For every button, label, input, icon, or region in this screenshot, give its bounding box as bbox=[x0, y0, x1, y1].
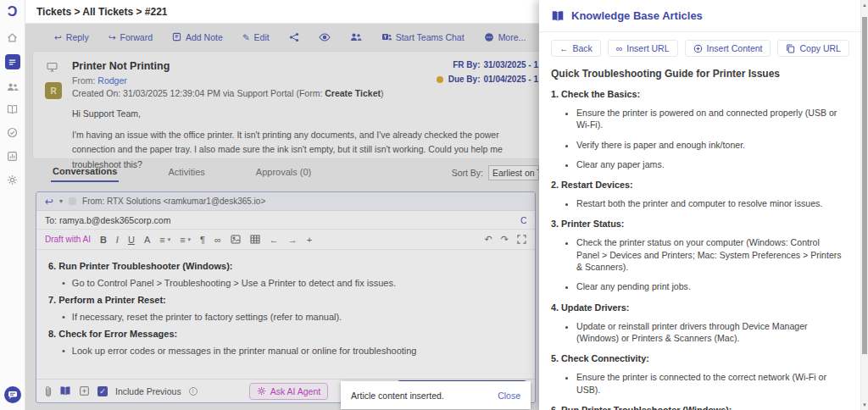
draft-with-ai-button[interactable]: Draft with AI bbox=[45, 235, 91, 244]
reply-compose-box: ↩ ▾ From: RTX Solutions <ramkumar1@desk3… bbox=[36, 191, 536, 403]
chat-bubble-icon bbox=[4, 386, 21, 403]
toast-close-button[interactable]: Close bbox=[498, 391, 531, 401]
chevron-down-icon[interactable]: ▾ bbox=[168, 236, 171, 243]
kb-section-heading: 1. Check the Basics: bbox=[551, 89, 843, 99]
sidebar-item-knowledge-base[interactable] bbox=[7, 104, 18, 114]
kb-section-heading: 6. Run Printer Troubleshooter (Windows): bbox=[551, 405, 843, 410]
editor-heading: 6. Run Printer Troubleshooter (Windows): bbox=[48, 261, 523, 271]
forward-button[interactable]: ↪Forward bbox=[108, 32, 153, 42]
kb-section-heading: 2. Restart Devices: bbox=[551, 180, 843, 190]
canned-response-icon[interactable] bbox=[79, 385, 90, 396]
insert-kb-article-icon[interactable] bbox=[59, 385, 71, 396]
due-by-row: Due By:01/04/2025 - 1 bbox=[437, 75, 538, 84]
tab-approvals[interactable]: Approvals (0) bbox=[254, 163, 313, 181]
kb-section-list: Ensure the printer is powered on and con… bbox=[551, 107, 843, 170]
sidebar-item-home[interactable] bbox=[7, 32, 18, 43]
ask-ai-agent-button[interactable]: Ask AI Agent bbox=[249, 383, 329, 400]
paragraph-icon[interactable]: ¶ bbox=[200, 235, 205, 245]
sort-by-select[interactable]: Earliest on Top bbox=[488, 165, 539, 180]
font-button[interactable]: A bbox=[144, 235, 150, 245]
chevron-down-icon[interactable]: ▾ bbox=[188, 236, 192, 243]
sidebar-item-tickets[interactable] bbox=[5, 54, 20, 69]
editor-toolbar: Draft with AI B I U A ≡▾ ≡▾ ¶ ∞ ← → + ↶ … bbox=[36, 230, 535, 250]
sidebar-item-settings[interactable] bbox=[7, 175, 18, 186]
compose-from-row: ↩ ▾ From: RTX Solutions <ramkumar1@desk3… bbox=[36, 192, 535, 211]
compose-to-row[interactable]: To: ramya.b@desk365corp.com Cc bbox=[36, 211, 535, 230]
kb-insert-content-button[interactable]: Insert Content bbox=[685, 40, 771, 57]
underline-button[interactable]: U bbox=[128, 235, 135, 245]
add-note-button[interactable]: Add Note bbox=[172, 32, 223, 42]
knowledge-base-icon bbox=[7, 104, 18, 114]
reports-icon bbox=[7, 151, 18, 162]
breadcrumb[interactable]: Tickets > All Tickets > #221 bbox=[25, 0, 539, 24]
kb-section-heading: 3. Printer Status: bbox=[551, 219, 843, 229]
kb-bullet: Clear any paper jams. bbox=[576, 158, 843, 170]
more-button[interactable]: More... bbox=[484, 32, 526, 42]
ticket-created-row: Created On: 31/03/2025 12:39:04 PM via S… bbox=[72, 88, 533, 98]
outdent-icon[interactable]: ← bbox=[270, 235, 279, 245]
insert-image-icon[interactable] bbox=[231, 235, 241, 244]
start-teams-chat-button[interactable]: Start Teams Chat bbox=[381, 32, 465, 42]
sidebar-item-contacts[interactable] bbox=[7, 82, 19, 91]
assign-button[interactable] bbox=[350, 32, 362, 42]
share-icon bbox=[289, 32, 299, 42]
kb-copy-url-button[interactable]: Copy URL bbox=[777, 40, 849, 57]
sla-dates: FR By:31/03/2025 - 1 Due By:01/04/2025 -… bbox=[437, 60, 538, 89]
due-status-dot-icon bbox=[437, 76, 443, 83]
desk365-logo-icon[interactable]: Ɔ bbox=[8, 4, 18, 19]
attach-file-icon[interactable] bbox=[45, 385, 52, 397]
reply-icon: ↩ bbox=[54, 32, 62, 42]
kb-insert-url-button[interactable]: ∞Insert URL bbox=[608, 40, 678, 57]
more-icon bbox=[484, 32, 494, 42]
reply-editor-body[interactable]: 6. Run Printer Troubleshooter (Windows):… bbox=[36, 250, 535, 379]
cc-toggle[interactable]: Cc bbox=[520, 215, 526, 225]
scroll-up-arrow-icon[interactable]: ▲ bbox=[862, 3, 867, 8]
topbar: Tickets > All Tickets > #221 bbox=[25, 0, 539, 24]
kb-back-button[interactable]: ←Back bbox=[551, 40, 601, 57]
watch-button[interactable] bbox=[319, 33, 331, 42]
kb-panel-header: Knowledge Base Articles bbox=[539, 0, 868, 32]
include-previous-checkbox[interactable] bbox=[97, 386, 108, 396]
reply-button[interactable]: ↩Reply bbox=[54, 32, 89, 42]
scrollbar-thumb[interactable] bbox=[862, 17, 867, 354]
plus-circle-icon bbox=[693, 44, 703, 53]
insert-link-icon[interactable]: ∞ bbox=[214, 235, 221, 245]
gear-icon bbox=[257, 386, 266, 396]
compose-to-line: To: ramya.b@desk365corp.com bbox=[45, 215, 170, 225]
italic-button[interactable]: I bbox=[116, 235, 119, 245]
requester-link[interactable]: Rodger bbox=[97, 75, 126, 86]
kb-bullet: Clear any pending print jobs. bbox=[576, 280, 843, 292]
compose-from-line: From: RTX Solutions <ramkumar1@desk365.i… bbox=[82, 197, 265, 206]
sidebar-item-reports[interactable] bbox=[7, 151, 18, 162]
kb-bullet: Ensure the printer is connected to the c… bbox=[576, 371, 843, 396]
tickets-icon bbox=[8, 58, 17, 67]
copy-icon bbox=[786, 44, 795, 53]
teams-icon bbox=[381, 32, 392, 42]
undo-icon[interactable]: ↶ bbox=[485, 234, 492, 245]
bullet-list-icon[interactable]: ≡ bbox=[159, 235, 164, 245]
book-icon bbox=[551, 10, 565, 22]
knowledge-base-panel: Knowledge Base Articles ←Back ∞Insert UR… bbox=[539, 0, 868, 410]
reply-icon[interactable]: ↩ bbox=[45, 196, 53, 208]
insert-more-icon[interactable]: + bbox=[307, 235, 312, 245]
redo-icon[interactable]: ↷ bbox=[501, 234, 509, 245]
kb-scrollbar[interactable]: ▲ ▼ bbox=[860, 0, 868, 410]
editor-bullet: Look up error codes or messages in the p… bbox=[62, 346, 523, 356]
expand-editor-icon[interactable] bbox=[517, 235, 526, 244]
indent-icon[interactable]: → bbox=[288, 235, 298, 245]
sidebar-item-approvals[interactable] bbox=[7, 127, 18, 138]
share-button[interactable] bbox=[289, 32, 299, 42]
people-icon bbox=[350, 32, 362, 42]
tab-conversations[interactable]: Conversations bbox=[51, 163, 119, 182]
support-chat-launcher[interactable] bbox=[4, 386, 21, 403]
chevron-down-icon[interactable]: ▾ bbox=[59, 197, 63, 205]
kb-section-list: Restart both the printer and computer to… bbox=[551, 197, 843, 209]
scroll-down-arrow-icon[interactable]: ▼ bbox=[862, 402, 867, 407]
insert-table-icon[interactable] bbox=[250, 235, 260, 244]
ticket-card: R Printer Not Printing From: Rodger Crea… bbox=[32, 51, 539, 159]
requester-avatar: R bbox=[45, 82, 62, 99]
numbered-list-icon[interactable]: ≡ bbox=[180, 235, 185, 245]
edit-button[interactable]: ✎Edit bbox=[242, 32, 270, 42]
bold-button[interactable]: B bbox=[100, 235, 107, 245]
tab-activities[interactable]: Activities bbox=[166, 163, 206, 181]
